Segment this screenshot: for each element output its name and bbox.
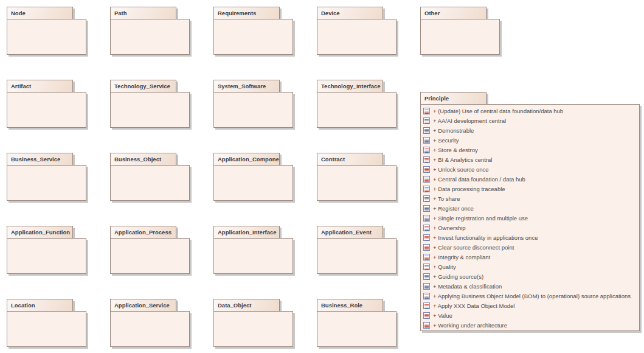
- element-label: + Demonstrable: [433, 127, 474, 134]
- package-tab: Device: [317, 7, 383, 19]
- package-tab: Application_Service: [110, 299, 176, 312]
- package-tab: Application_Process: [110, 226, 176, 239]
- object-element-icon: [423, 322, 430, 329]
- object-element-icon: [423, 264, 430, 270]
- element-label: + Guiding source(s): [433, 273, 483, 280]
- diagram-canvas: Node Path Requirements Device Other Arti…: [0, 0, 644, 353]
- package-tab: Contract: [317, 153, 383, 166]
- package-body: [317, 92, 396, 128]
- package-body: + (Update) Use of central data foundatio…: [420, 104, 640, 331]
- package-tab: Path: [110, 7, 176, 19]
- principle-element-row[interactable]: + Security: [421, 135, 639, 145]
- package-body: [7, 92, 86, 128]
- object-element-icon: [423, 225, 430, 231]
- object-element-icon: [423, 195, 430, 202]
- principle-element-row[interactable]: + Applying Business Object Model (BOM) t…: [421, 291, 639, 301]
- principle-element-row[interactable]: + (Update) Use of central data foundatio…: [421, 106, 639, 116]
- package-body: [213, 19, 293, 55]
- package-body: [213, 238, 293, 274]
- element-label: + Quality: [433, 264, 456, 270]
- principle-element-row[interactable]: + Invest functionality in applications o…: [421, 232, 639, 242]
- principle-element-row[interactable]: + Data processing traceable: [421, 184, 639, 194]
- package-tab: Node: [7, 7, 73, 19]
- element-label: + Invest functionality in applications o…: [433, 234, 538, 241]
- package-tab: Application_Component: [213, 153, 280, 166]
- principle-element-row[interactable]: + Demonstrable: [421, 125, 639, 135]
- principle-element-row[interactable]: + AA/AI development central: [421, 116, 639, 125]
- package-tab: Business_Object: [110, 153, 176, 166]
- object-element-icon: [423, 215, 430, 222]
- package-body: [7, 238, 86, 274]
- principle-element-row[interactable]: + Ownership: [421, 223, 639, 232]
- principle-element-row[interactable]: + BI & Analytics central: [421, 155, 639, 164]
- element-label: + Register once: [433, 205, 474, 212]
- object-element-icon: [423, 254, 430, 260]
- package-body: [420, 19, 500, 55]
- package-body: [317, 311, 396, 347]
- object-element-icon: [423, 156, 430, 163]
- package-tab: Technology_Service: [110, 80, 176, 93]
- principle-element-row[interactable]: + Single registration and multiple use: [421, 213, 639, 223]
- principle-element-row[interactable]: + Store & destroy: [421, 145, 639, 155]
- element-label: + AA/AI development central: [433, 117, 506, 124]
- package-body: [110, 165, 190, 201]
- element-label: + Central data foundation / data hub: [433, 176, 525, 183]
- object-element-icon: [423, 293, 430, 299]
- element-label: + Applying Business Object Model (BOM) t…: [433, 293, 631, 299]
- package-body: [7, 19, 86, 55]
- package-body: [213, 165, 293, 201]
- element-label: + Store & destroy: [433, 147, 478, 153]
- element-label: + Unlock source once: [433, 166, 489, 173]
- package-tab: Business_Role: [317, 299, 383, 312]
- package-body: [110, 238, 190, 274]
- element-label: + To share: [433, 195, 460, 202]
- package-body: [7, 311, 86, 347]
- object-element-icon: [423, 117, 430, 124]
- package-tab: System_Software: [213, 80, 280, 93]
- object-element-icon: [423, 147, 430, 153]
- object-element-icon: [423, 205, 430, 212]
- package-body: [110, 92, 190, 128]
- element-label: + Apply XXX Data Object Model: [433, 302, 514, 309]
- object-element-icon: [423, 127, 430, 134]
- object-element-icon: [423, 273, 430, 280]
- principle-element-row[interactable]: + Working under architecture: [421, 320, 639, 330]
- package-body: [317, 165, 396, 201]
- object-element-icon: [423, 176, 430, 183]
- package-body: [317, 19, 396, 55]
- package-tab: Application_Interface: [213, 226, 280, 239]
- object-element-icon: [423, 312, 430, 319]
- principle-element-row[interactable]: + Apply XXX Data Object Model: [421, 301, 639, 310]
- principle-element-row[interactable]: + Guiding source(s): [421, 271, 639, 281]
- principle-element-row[interactable]: + To share: [421, 194, 639, 203]
- object-element-icon: [423, 283, 430, 290]
- element-label: + Data processing traceable: [433, 186, 505, 192]
- object-element-icon: [423, 244, 430, 251]
- principle-element-row[interactable]: + Register once: [421, 203, 639, 213]
- principle-element-row[interactable]: + Value: [421, 310, 639, 320]
- principle-element-row[interactable]: + Quality: [421, 262, 639, 271]
- principle-element-row[interactable]: + Unlock source once: [421, 164, 639, 174]
- package-body: [110, 311, 190, 347]
- object-element-icon: [423, 108, 430, 114]
- object-element-icon: [423, 186, 430, 192]
- package-body: [213, 311, 293, 347]
- element-label: + BI & Analytics central: [433, 156, 492, 163]
- object-element-icon: [423, 302, 430, 309]
- principle-element-row[interactable]: + Central data foundation / data hub: [421, 174, 639, 184]
- package-body: [7, 165, 86, 201]
- principle-element-row[interactable]: + Clear source disconnect point: [421, 242, 639, 252]
- package-tab: Data_Object: [213, 299, 280, 312]
- principle-element-row[interactable]: + Integrity & compliant: [421, 252, 639, 262]
- object-element-icon: [423, 234, 430, 241]
- element-label: + (Update) Use of central data foundatio…: [433, 108, 563, 114]
- principle-element-row[interactable]: + Metadata & classification: [421, 281, 639, 291]
- package-tab: Application_Event: [317, 226, 383, 239]
- element-label: + Value: [433, 312, 452, 319]
- element-label: + Clear source disconnect point: [433, 244, 514, 251]
- element-label: + Integrity & compliant: [433, 254, 490, 260]
- package-tab: Requirements: [213, 7, 280, 19]
- package-tab: Artifact: [7, 80, 73, 93]
- package-tab: Business_Service: [7, 153, 73, 166]
- package-body: [213, 92, 293, 128]
